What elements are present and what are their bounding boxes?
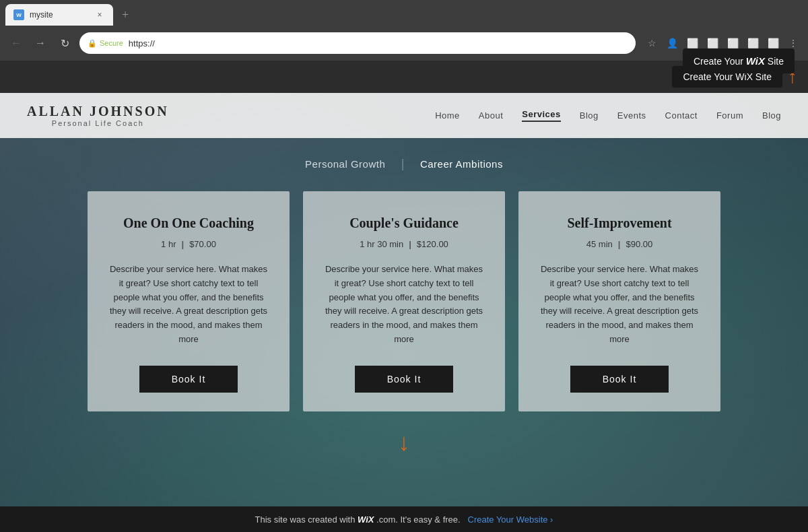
book-button-1[interactable]: Book It <box>139 366 238 393</box>
service-card-2: Couple's Guidance 1 hr 30 min | $120.00 … <box>303 191 505 411</box>
service-meta-3: 45 min | $90.00 <box>586 239 652 249</box>
lock-icon: 🔒 <box>88 39 97 48</box>
footer-create-link[interactable]: Create Your Website › <box>468 514 553 525</box>
browser-tab[interactable]: W mysite × <box>5 4 113 26</box>
logo-name: ALLAN JOHNSON <box>27 104 169 119</box>
service-duration-2: 1 hr 30 min <box>360 239 403 249</box>
url-input[interactable] <box>129 38 628 48</box>
service-desc-2: Describe your service here. What makes i… <box>322 263 486 347</box>
service-price-1: $70.00 <box>189 239 216 249</box>
star-icon[interactable]: ☆ <box>644 35 660 51</box>
address-bar[interactable]: 🔒 Secure <box>79 32 636 54</box>
meta-sep-2: | <box>409 239 411 249</box>
website-content: ALLAN JOHNSON Personal Life Coach Home A… <box>0 93 808 532</box>
bottom-arrow-container: ↓ <box>0 425 808 457</box>
service-duration-3: 45 min <box>586 239 613 249</box>
book-button-3[interactable]: Book It <box>570 366 669 393</box>
book-button-2[interactable]: Book It <box>355 366 454 393</box>
meta-sep-3: | <box>618 239 621 249</box>
footer-text: This site was created with WiX .com. It'… <box>255 514 553 525</box>
nav-link-home[interactable]: Home <box>435 110 460 121</box>
logo-subtitle: Personal Life Coach <box>27 119 169 127</box>
nav-link-forum[interactable]: Forum <box>716 110 743 121</box>
wix-footer-bar: This site was created with WiX .com. It'… <box>0 506 808 532</box>
meta-sep-1: | <box>182 239 184 249</box>
forward-button[interactable]: → <box>31 34 50 53</box>
service-desc-1: Describe your service here. What makes i… <box>106 263 271 347</box>
site-logo: ALLAN JOHNSON Personal Life Coach <box>27 104 169 127</box>
service-meta-1: 1 hr | $70.00 <box>161 239 216 249</box>
secure-badge: 🔒 Secure <box>88 39 123 48</box>
new-tab-button[interactable]: + <box>116 5 135 24</box>
nav-link-events[interactable]: Events <box>617 110 646 121</box>
tab-bar: W mysite × + <box>0 0 808 26</box>
nav-link-contact[interactable]: Contact <box>665 110 698 121</box>
scroll-down-arrow-icon: ↓ <box>398 430 410 455</box>
tab-favicon: W <box>13 9 24 20</box>
service-title-1: One On One Coaching <box>123 215 254 231</box>
site-navigation: ALLAN JOHNSON Personal Life Coach Home A… <box>0 93 808 138</box>
back-button[interactable]: ← <box>7 34 26 53</box>
service-meta-2: 1 hr 30 min | $120.00 <box>360 239 448 249</box>
refresh-button[interactable]: ↻ <box>55 34 74 53</box>
create-site-tooltip: Create Your WiX Site <box>683 48 795 73</box>
browser-chrome: W mysite × + ← → ↻ 🔒 Secure ☆ 👤 ⬜ <box>0 0 808 93</box>
nav-link-services[interactable]: Services <box>522 109 561 122</box>
nav-link-blog2[interactable]: Blog <box>762 110 781 121</box>
tab-title: mysite <box>30 10 90 20</box>
service-card-1: One On One Coaching 1 hr | $70.00 Descri… <box>88 191 290 411</box>
profile-icon[interactable]: 👤 <box>664 35 680 51</box>
nav-link-blog1[interactable]: Blog <box>580 110 599 121</box>
footer-brand: WiX <box>358 514 374 525</box>
nav-link-about[interactable]: About <box>479 110 503 121</box>
service-duration-1: 1 hr <box>161 239 176 249</box>
tab-close-button[interactable]: × <box>94 9 105 20</box>
tab-selector: Personal Growth | Career Ambitions <box>0 138 808 185</box>
service-price-2: $120.00 <box>417 239 448 249</box>
service-card-3: Self-Improvement 45 min | $90.00 Describ… <box>518 191 720 411</box>
tooltip-text: Create Your WiX Site <box>694 55 784 67</box>
services-container: One On One Coaching 1 hr | $70.00 Descri… <box>0 185 808 425</box>
service-desc-3: Describe your service here. What makes i… <box>537 263 702 347</box>
service-price-3: $90.00 <box>626 239 652 249</box>
service-title-3: Self-Improvement <box>567 215 671 231</box>
tab-career-ambitions[interactable]: Career Ambitions <box>404 154 519 174</box>
nav-links: Home About Services Blog Events Contact … <box>435 109 781 122</box>
footer-text-after: .com. It's easy & free. <box>376 514 461 525</box>
tab-personal-growth[interactable]: Personal Growth <box>289 154 401 174</box>
secure-label: Secure <box>100 39 123 47</box>
service-title-2: Couple's Guidance <box>349 215 459 231</box>
footer-text-before: This site was created with <box>255 514 358 525</box>
